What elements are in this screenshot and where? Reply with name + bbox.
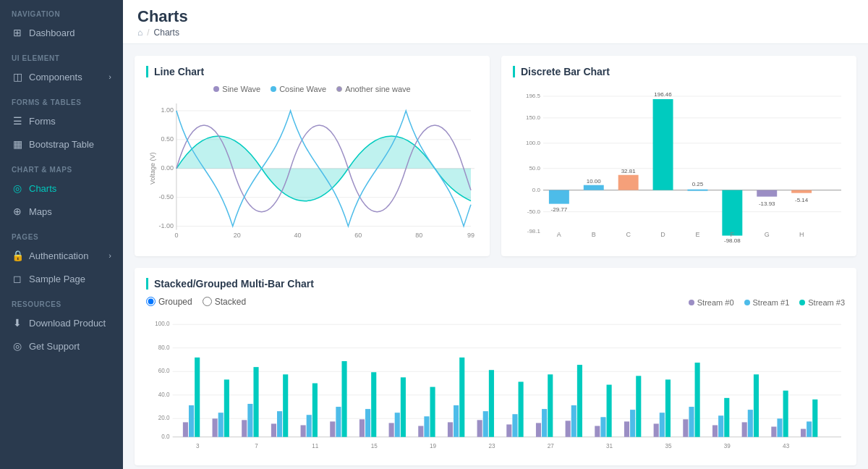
svg-text:-1.00: -1.00 bbox=[158, 222, 173, 229]
svg-text:-13.93: -13.93 bbox=[759, 200, 775, 207]
svg-rect-62 bbox=[183, 422, 188, 436]
svg-rect-99 bbox=[542, 409, 547, 437]
svg-rect-74 bbox=[301, 425, 306, 436]
grouped-label: Grouped bbox=[158, 297, 192, 307]
svg-rect-68 bbox=[242, 420, 247, 436]
svg-rect-115 bbox=[695, 363, 700, 437]
svg-text:100.0: 100.0 bbox=[155, 321, 170, 327]
legend-stream3: Stream #3 bbox=[799, 298, 845, 307]
svg-text:150.0: 150.0 bbox=[526, 114, 541, 121]
sidebar-item-sample-page[interactable]: ◻ Sample Page bbox=[0, 267, 123, 290]
svg-rect-89 bbox=[448, 422, 453, 436]
svg-rect-116 bbox=[712, 425, 718, 436]
page-icon: ◻ bbox=[12, 273, 23, 284]
svg-rect-97 bbox=[519, 381, 524, 436]
breadcrumb-home-icon[interactable]: ⌂ bbox=[137, 28, 142, 38]
line-chart-container: Voltage (V) 1.00 0.50 0.00 -0.50 -1.00 bbox=[146, 96, 478, 243]
stacked-radio[interactable]: Stacked bbox=[203, 297, 246, 307]
svg-rect-71 bbox=[271, 423, 276, 436]
svg-rect-114 bbox=[689, 407, 694, 437]
svg-rect-79 bbox=[341, 361, 346, 437]
svg-rect-126 bbox=[807, 421, 812, 436]
svg-rect-96 bbox=[512, 414, 517, 437]
svg-rect-100 bbox=[548, 374, 553, 436]
svg-rect-70 bbox=[253, 367, 258, 437]
sidebar-item-forms[interactable]: ☰ Forms bbox=[0, 109, 123, 132]
download-icon: ⬇ bbox=[12, 317, 23, 329]
svg-rect-80 bbox=[359, 419, 365, 436]
bar-h bbox=[791, 190, 812, 193]
charts-row-1: Line Chart Sine Wave Cosine Wave Another… bbox=[135, 56, 856, 256]
nav-section-chart: CHART & MAPS bbox=[0, 156, 123, 177]
sidebar-item-dashboard[interactable]: ⊞ Dashboard bbox=[0, 21, 123, 44]
sidebar-item-support[interactable]: ◎ Get Support bbox=[0, 334, 123, 358]
svg-rect-119 bbox=[742, 422, 747, 436]
svg-text:60.0: 60.0 bbox=[158, 368, 170, 374]
sidebar-item-components[interactable]: ◫ Components › bbox=[0, 65, 123, 88]
svg-rect-87 bbox=[424, 416, 429, 436]
svg-rect-67 bbox=[224, 379, 229, 436]
svg-text:40.0: 40.0 bbox=[158, 391, 170, 397]
svg-rect-94 bbox=[489, 370, 494, 437]
svg-rect-65 bbox=[213, 418, 218, 436]
svg-text:80.0: 80.0 bbox=[158, 344, 170, 350]
svg-text:-98.1: -98.1 bbox=[527, 228, 541, 234]
sidebar-item-charts[interactable]: ◎ Charts bbox=[0, 177, 123, 200]
chevron-right-icon: › bbox=[109, 72, 111, 81]
svg-text:D: D bbox=[660, 231, 665, 238]
svg-text:-5.14: -5.14 bbox=[795, 197, 809, 203]
svg-rect-78 bbox=[336, 407, 341, 437]
sidebar-item-maps[interactable]: ⊕ Maps bbox=[0, 200, 123, 223]
svg-rect-66 bbox=[218, 413, 224, 437]
svg-rect-103 bbox=[577, 365, 582, 437]
svg-text:32.81: 32.81 bbox=[621, 168, 637, 174]
svg-rect-98 bbox=[536, 423, 541, 436]
discrete-bar-chart-container: 196.5 150.0 100.0 50.0 0.0 -50.0 -98.1 bbox=[513, 85, 845, 246]
breadcrumb-current: Charts bbox=[154, 28, 179, 38]
svg-rect-112 bbox=[665, 379, 671, 436]
svg-rect-104 bbox=[595, 426, 600, 436]
svg-text:43: 43 bbox=[783, 443, 790, 449]
content-area: Line Chart Sine Wave Cosine Wave Another… bbox=[123, 44, 868, 469]
sidebar-item-authentication[interactable]: 🔒 Authentication › bbox=[0, 244, 123, 267]
multibar-chart-card: Stacked/Grouped Multi-Bar Chart Grouped … bbox=[135, 268, 856, 465]
legend-stream0: Stream #0 bbox=[689, 298, 734, 307]
bar-c bbox=[618, 175, 639, 190]
svg-text:40: 40 bbox=[294, 232, 302, 239]
svg-rect-83 bbox=[389, 423, 394, 436]
line-chart-card: Line Chart Sine Wave Cosine Wave Another… bbox=[135, 56, 490, 256]
svg-text:0: 0 bbox=[174, 232, 178, 239]
svg-rect-108 bbox=[630, 410, 635, 437]
svg-text:23: 23 bbox=[488, 443, 495, 449]
svg-rect-124 bbox=[783, 390, 788, 436]
multibar-chart-title: Stacked/Grouped Multi-Bar Chart bbox=[146, 278, 845, 290]
svg-rect-121 bbox=[754, 374, 759, 436]
sidebar-item-bootstrap-table[interactable]: ▦ Bootstrap Table bbox=[0, 132, 123, 156]
svg-rect-102 bbox=[571, 405, 576, 437]
svg-rect-72 bbox=[277, 411, 282, 437]
svg-rect-113 bbox=[683, 419, 688, 436]
grouped-radio[interactable]: Grouped bbox=[146, 297, 192, 307]
svg-text:-98.08: -98.08 bbox=[724, 237, 741, 244]
svg-text:10.00: 10.00 bbox=[587, 178, 602, 185]
svg-rect-76 bbox=[312, 383, 318, 436]
svg-text:60: 60 bbox=[354, 232, 362, 239]
sidebar-item-download[interactable]: ⬇ Download Product bbox=[0, 311, 123, 334]
svg-text:0.0: 0.0 bbox=[161, 433, 170, 439]
svg-text:Voltage (V): Voltage (V) bbox=[149, 153, 156, 185]
multibar-chart-svg: 100.0 80.0 60.0 40.0 20.0 0.0 bbox=[146, 317, 845, 453]
nav-section-forms: FORMS & TABLES bbox=[0, 88, 123, 109]
svg-text:27: 27 bbox=[548, 443, 555, 449]
svg-text:19: 19 bbox=[430, 443, 437, 449]
svg-text:B: B bbox=[592, 231, 596, 238]
svg-text:G: G bbox=[765, 231, 770, 238]
svg-text:35: 35 bbox=[665, 443, 672, 449]
svg-rect-120 bbox=[748, 410, 753, 437]
support-icon: ◎ bbox=[12, 340, 23, 352]
legend-another: Another sine wave bbox=[336, 85, 411, 93]
svg-rect-64 bbox=[195, 357, 200, 436]
chart-mode-radio-group: Grouped Stacked bbox=[146, 297, 246, 307]
svg-rect-101 bbox=[566, 421, 571, 436]
svg-rect-73 bbox=[283, 374, 288, 436]
svg-text:7: 7 bbox=[255, 443, 258, 449]
